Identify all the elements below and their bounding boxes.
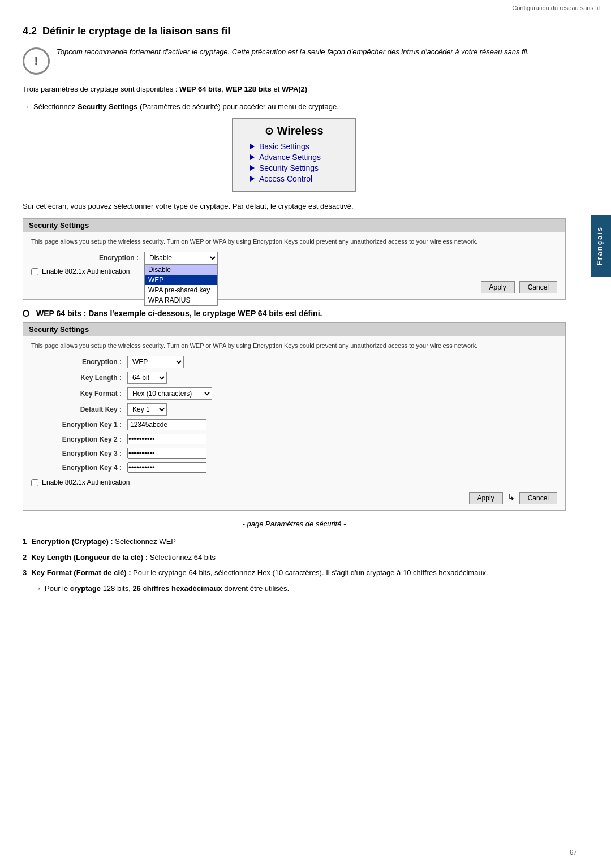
form-row-enckey2: Encryption Key 2 :	[31, 434, 557, 444]
cancel-button-2[interactable]: Cancel	[519, 492, 557, 504]
keyformat-label: Key Format :	[31, 390, 127, 398]
main-content: 4.2 Définir le cryptage de la liaison sa…	[0, 14, 588, 605]
keylength-control: 64-bit 128-bit	[127, 372, 167, 384]
security-panel-2: Security Settings This page allows you s…	[23, 322, 566, 511]
btn-row-1: Apply Cancel	[31, 281, 557, 293]
apply-button-2[interactable]: Apply	[469, 492, 503, 504]
defaultkey-label: Default Key :	[31, 405, 127, 413]
security-panel-2-body: This page allows you setup the wireless …	[23, 336, 565, 510]
enable-802-checkbox-1[interactable]	[31, 268, 38, 275]
wireless-icon: ⊙	[265, 125, 273, 137]
encryption-label-2: Encryption :	[31, 358, 127, 366]
wep-section-label: WEP 64 bits : Dans l'exemple ci-dessous,…	[23, 309, 566, 318]
wireless-menu-title: ⊙ Wireless	[233, 124, 355, 137]
enckey3-input[interactable]	[127, 448, 206, 459]
enable-802-checkbox-2[interactable]	[31, 479, 38, 486]
keyformat-select[interactable]: Hex (10 characters)	[127, 387, 212, 400]
encryption-select-2[interactable]: WEP	[127, 356, 184, 368]
sub-arrow: → Pour le cryptage 128 bits, 26 chiffres…	[23, 583, 566, 594]
form-row-defaultkey: Default Key : Key 1 Key 2 Key 3 Key 4	[31, 403, 557, 416]
dropdown-item-wpa-radius[interactable]: WPA RADIUS	[145, 295, 217, 305]
cancel-button-1[interactable]: Cancel	[519, 281, 557, 293]
notice-text: Topcom recommande fortement d'activer le…	[57, 46, 529, 58]
caption: - page Paramètres de sécurité -	[23, 520, 566, 528]
step-2: 2 Key Length (Longueur de la clé) : Séle…	[23, 552, 566, 563]
dropdown-item-wep[interactable]: WEP	[145, 275, 217, 285]
enckey1-label: Encryption Key 1 :	[31, 421, 127, 429]
tri-icon	[250, 154, 255, 160]
enckey4-label: Encryption Key 4 :	[31, 464, 127, 472]
btn-row-2: Apply ↳ Cancel	[31, 492, 557, 504]
keylength-label: Key Length :	[31, 374, 127, 382]
menu-item-access[interactable]: Access Control	[250, 174, 355, 183]
numbered-steps: 1 Encryption (Cryptage) : Sélectionnez W…	[23, 536, 566, 578]
encryption-dropdown-1-wrap: Disable WEP WPA pre-shared key WPA RADIU…	[144, 252, 218, 264]
sidebar-language-tab: Français	[591, 215, 611, 277]
defaultkey-select[interactable]: Key 1 Key 2 Key 3 Key 4	[127, 403, 167, 416]
security-panel-1: Security Settings This page allows you s…	[23, 218, 566, 300]
menu-item-advance[interactable]: Advance Settings	[250, 153, 355, 162]
checkbox-row-2: Enable 802.1x Authentication	[31, 478, 557, 486]
encryption-dropdown-open: Disable WEP WPA pre-shared key WPA RADIU…	[144, 264, 218, 306]
wireless-menu-items: Basic Settings Advance Settings Security…	[233, 142, 355, 183]
security-panel-1-header: Security Settings	[23, 219, 565, 232]
enckey2-input[interactable]	[127, 434, 206, 444]
form-row-enckey1: Encryption Key 1 :	[31, 419, 557, 430]
encryption-select-1[interactable]: Disable WEP WPA pre-shared key WPA RADIU…	[144, 252, 218, 264]
tri-icon	[250, 176, 255, 182]
enckey4-input[interactable]	[127, 462, 206, 473]
form-row-keyformat: Key Format : Hex (10 characters)	[31, 387, 557, 400]
notice-box: ! Topcom recommande fortement d'activer …	[23, 46, 566, 75]
notice-icon: !	[23, 47, 50, 75]
menu-item-security[interactable]: Security Settings	[250, 163, 355, 172]
step-3: 3 Key Format (Format de clé) : Pour le c…	[23, 567, 566, 578]
dropdown-item-disable[interactable]: Disable	[145, 265, 217, 275]
security-desc-2: This page allows you setup the wireless …	[31, 342, 557, 349]
arrow-security-settings: → Sélectionnez Security Settings (Paramè…	[23, 101, 566, 113]
para-default-encryption: Sur cet écran, vous pouvez sélectionner …	[23, 201, 566, 213]
header-title: Configuration du réseau sans fil	[512, 5, 600, 11]
checkbox-row-1: Enable 802.1x Authentication	[31, 267, 557, 275]
cursor-pointer: ↳	[507, 492, 515, 504]
enable-802-label-2: Enable 802.1x Authentication	[42, 478, 130, 486]
dropdown-item-wpa-psk[interactable]: WPA pre-shared key	[145, 285, 217, 295]
para-encryption-types: Trois paramètres de cryptage sont dispon…	[23, 84, 566, 96]
form-row-encryption-1: Encryption : Disable WEP WPA pre-shared …	[31, 252, 557, 264]
form-row-enckey4: Encryption Key 4 :	[31, 462, 557, 473]
security-desc-1: This page allows you setup the wireless …	[31, 238, 557, 245]
bullet-circle	[23, 310, 29, 317]
enckey3-label: Encryption Key 3 :	[31, 450, 127, 457]
encryption-label-1: Encryption :	[31, 254, 144, 262]
sidebar-label: Français	[595, 226, 604, 265]
enckey2-label: Encryption Key 2 :	[31, 435, 127, 443]
step-1: 1 Encryption (Cryptage) : Sélectionnez W…	[23, 536, 566, 547]
page-header: Configuration du réseau sans fil	[0, 0, 611, 14]
form-row-keylength: Key Length : 64-bit 128-bit	[31, 372, 557, 384]
menu-item-basic[interactable]: Basic Settings	[250, 142, 355, 151]
tri-icon	[250, 165, 255, 171]
security-panel-1-body: This page allows you setup the wireless …	[23, 232, 565, 299]
apply-button-1[interactable]: Apply	[481, 281, 515, 293]
form-row-encryption-2: Encryption : WEP	[31, 356, 557, 368]
enable-802-label-1: Enable 802.1x Authentication	[42, 267, 130, 275]
section-title: 4.2 Définir le cryptage de la liaison sa…	[23, 25, 566, 37]
enckey1-input[interactable]	[127, 419, 206, 430]
form-row-enckey3: Encryption Key 3 :	[31, 448, 557, 459]
defaultkey-control: Key 1 Key 2 Key 3 Key 4	[127, 403, 167, 416]
keyformat-control: Hex (10 characters)	[127, 387, 212, 400]
encryption-control-2: WEP	[127, 356, 184, 368]
keylength-select[interactable]: 64-bit 128-bit	[127, 372, 167, 384]
page-number: 67	[570, 849, 577, 857]
security-panel-2-header: Security Settings	[23, 323, 565, 336]
wireless-menu-box: ⊙ Wireless Basic Settings Advance Settin…	[232, 118, 356, 192]
tri-icon	[250, 144, 255, 149]
